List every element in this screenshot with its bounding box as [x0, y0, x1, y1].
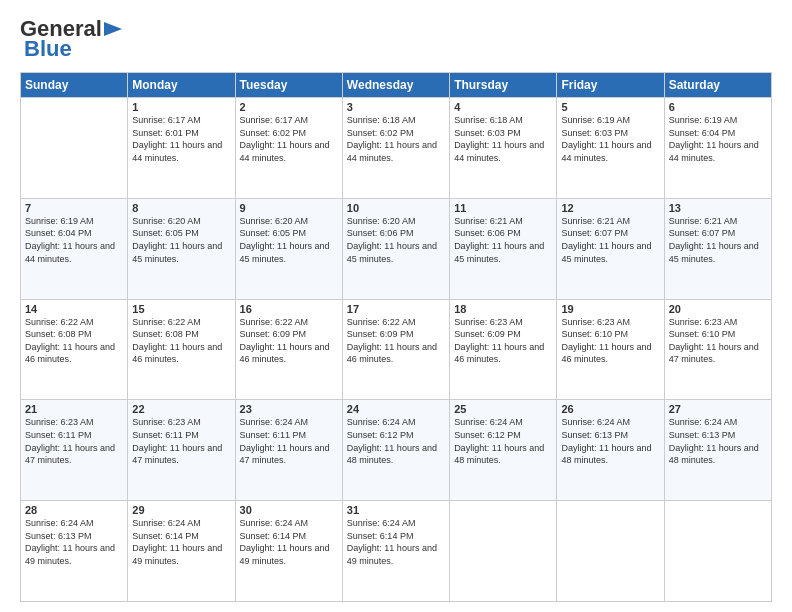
calendar-cell: 16Sunrise: 6:22 AMSunset: 6:09 PMDayligh…: [235, 299, 342, 400]
calendar-cell: 21Sunrise: 6:23 AMSunset: 6:11 PMDayligh…: [21, 400, 128, 501]
logo-icon: [102, 18, 124, 40]
calendar-week-row: 21Sunrise: 6:23 AMSunset: 6:11 PMDayligh…: [21, 400, 772, 501]
day-info: Sunrise: 6:18 AMSunset: 6:02 PMDaylight:…: [347, 114, 445, 164]
calendar-cell: [557, 501, 664, 602]
page: General Blue SundayMondayTuesdayWednesda…: [0, 0, 792, 612]
calendar-week-row: 14Sunrise: 6:22 AMSunset: 6:08 PMDayligh…: [21, 299, 772, 400]
calendar-cell: 15Sunrise: 6:22 AMSunset: 6:08 PMDayligh…: [128, 299, 235, 400]
calendar-cell: 5Sunrise: 6:19 AMSunset: 6:03 PMDaylight…: [557, 98, 664, 199]
calendar-cell: 24Sunrise: 6:24 AMSunset: 6:12 PMDayligh…: [342, 400, 449, 501]
day-info: Sunrise: 6:22 AMSunset: 6:09 PMDaylight:…: [240, 316, 338, 366]
day-number: 30: [240, 504, 338, 516]
calendar-cell: 11Sunrise: 6:21 AMSunset: 6:06 PMDayligh…: [450, 198, 557, 299]
day-info: Sunrise: 6:24 AMSunset: 6:14 PMDaylight:…: [132, 517, 230, 567]
calendar-body: 1Sunrise: 6:17 AMSunset: 6:01 PMDaylight…: [21, 98, 772, 602]
day-number: 21: [25, 403, 123, 415]
logo: General Blue: [20, 16, 124, 62]
day-number: 24: [347, 403, 445, 415]
calendar-header-row: SundayMondayTuesdayWednesdayThursdayFrid…: [21, 73, 772, 98]
day-number: 27: [669, 403, 767, 415]
day-of-week-header: Saturday: [664, 73, 771, 98]
day-number: 22: [132, 403, 230, 415]
calendar-cell: 29Sunrise: 6:24 AMSunset: 6:14 PMDayligh…: [128, 501, 235, 602]
day-number: 16: [240, 303, 338, 315]
day-number: 23: [240, 403, 338, 415]
day-info: Sunrise: 6:19 AMSunset: 6:03 PMDaylight:…: [561, 114, 659, 164]
day-info: Sunrise: 6:22 AMSunset: 6:08 PMDaylight:…: [25, 316, 123, 366]
day-of-week-header: Sunday: [21, 73, 128, 98]
day-info: Sunrise: 6:22 AMSunset: 6:08 PMDaylight:…: [132, 316, 230, 366]
day-info: Sunrise: 6:20 AMSunset: 6:05 PMDaylight:…: [132, 215, 230, 265]
calendar-table: SundayMondayTuesdayWednesdayThursdayFrid…: [20, 72, 772, 602]
day-info: Sunrise: 6:24 AMSunset: 6:13 PMDaylight:…: [25, 517, 123, 567]
day-info: Sunrise: 6:21 AMSunset: 6:06 PMDaylight:…: [454, 215, 552, 265]
day-number: 15: [132, 303, 230, 315]
day-info: Sunrise: 6:24 AMSunset: 6:12 PMDaylight:…: [454, 416, 552, 466]
day-number: 8: [132, 202, 230, 214]
day-number: 31: [347, 504, 445, 516]
day-number: 2: [240, 101, 338, 113]
calendar-cell: 22Sunrise: 6:23 AMSunset: 6:11 PMDayligh…: [128, 400, 235, 501]
day-info: Sunrise: 6:19 AMSunset: 6:04 PMDaylight:…: [669, 114, 767, 164]
calendar-week-row: 1Sunrise: 6:17 AMSunset: 6:01 PMDaylight…: [21, 98, 772, 199]
day-number: 4: [454, 101, 552, 113]
day-number: 19: [561, 303, 659, 315]
calendar-cell: 8Sunrise: 6:20 AMSunset: 6:05 PMDaylight…: [128, 198, 235, 299]
calendar-cell: 27Sunrise: 6:24 AMSunset: 6:13 PMDayligh…: [664, 400, 771, 501]
calendar-cell: 4Sunrise: 6:18 AMSunset: 6:03 PMDaylight…: [450, 98, 557, 199]
day-info: Sunrise: 6:17 AMSunset: 6:01 PMDaylight:…: [132, 114, 230, 164]
day-info: Sunrise: 6:23 AMSunset: 6:09 PMDaylight:…: [454, 316, 552, 366]
day-number: 3: [347, 101, 445, 113]
day-info: Sunrise: 6:24 AMSunset: 6:13 PMDaylight:…: [561, 416, 659, 466]
day-info: Sunrise: 6:23 AMSunset: 6:10 PMDaylight:…: [669, 316, 767, 366]
calendar-cell: 12Sunrise: 6:21 AMSunset: 6:07 PMDayligh…: [557, 198, 664, 299]
day-info: Sunrise: 6:24 AMSunset: 6:13 PMDaylight:…: [669, 416, 767, 466]
day-of-week-header: Wednesday: [342, 73, 449, 98]
day-info: Sunrise: 6:17 AMSunset: 6:02 PMDaylight:…: [240, 114, 338, 164]
calendar-cell: 30Sunrise: 6:24 AMSunset: 6:14 PMDayligh…: [235, 501, 342, 602]
day-info: Sunrise: 6:24 AMSunset: 6:12 PMDaylight:…: [347, 416, 445, 466]
day-info: Sunrise: 6:23 AMSunset: 6:10 PMDaylight:…: [561, 316, 659, 366]
calendar-cell: 9Sunrise: 6:20 AMSunset: 6:05 PMDaylight…: [235, 198, 342, 299]
calendar-cell: 28Sunrise: 6:24 AMSunset: 6:13 PMDayligh…: [21, 501, 128, 602]
calendar-cell: 1Sunrise: 6:17 AMSunset: 6:01 PMDaylight…: [128, 98, 235, 199]
calendar-cell: 20Sunrise: 6:23 AMSunset: 6:10 PMDayligh…: [664, 299, 771, 400]
day-info: Sunrise: 6:20 AMSunset: 6:06 PMDaylight:…: [347, 215, 445, 265]
day-info: Sunrise: 6:18 AMSunset: 6:03 PMDaylight:…: [454, 114, 552, 164]
calendar-cell: 10Sunrise: 6:20 AMSunset: 6:06 PMDayligh…: [342, 198, 449, 299]
day-of-week-header: Tuesday: [235, 73, 342, 98]
calendar-cell: [21, 98, 128, 199]
day-info: Sunrise: 6:21 AMSunset: 6:07 PMDaylight:…: [561, 215, 659, 265]
calendar-cell: 2Sunrise: 6:17 AMSunset: 6:02 PMDaylight…: [235, 98, 342, 199]
day-number: 25: [454, 403, 552, 415]
day-of-week-header: Thursday: [450, 73, 557, 98]
calendar-cell: 31Sunrise: 6:24 AMSunset: 6:14 PMDayligh…: [342, 501, 449, 602]
day-number: 9: [240, 202, 338, 214]
day-info: Sunrise: 6:24 AMSunset: 6:14 PMDaylight:…: [347, 517, 445, 567]
day-info: Sunrise: 6:21 AMSunset: 6:07 PMDaylight:…: [669, 215, 767, 265]
calendar-cell: 18Sunrise: 6:23 AMSunset: 6:09 PMDayligh…: [450, 299, 557, 400]
day-of-week-header: Monday: [128, 73, 235, 98]
day-number: 26: [561, 403, 659, 415]
day-number: 1: [132, 101, 230, 113]
calendar-cell: 19Sunrise: 6:23 AMSunset: 6:10 PMDayligh…: [557, 299, 664, 400]
day-number: 5: [561, 101, 659, 113]
logo-blue: Blue: [24, 36, 72, 62]
calendar-cell: 3Sunrise: 6:18 AMSunset: 6:02 PMDaylight…: [342, 98, 449, 199]
day-number: 18: [454, 303, 552, 315]
day-number: 7: [25, 202, 123, 214]
day-info: Sunrise: 6:22 AMSunset: 6:09 PMDaylight:…: [347, 316, 445, 366]
calendar-week-row: 7Sunrise: 6:19 AMSunset: 6:04 PMDaylight…: [21, 198, 772, 299]
day-number: 17: [347, 303, 445, 315]
calendar-cell: 14Sunrise: 6:22 AMSunset: 6:08 PMDayligh…: [21, 299, 128, 400]
calendar-cell: 23Sunrise: 6:24 AMSunset: 6:11 PMDayligh…: [235, 400, 342, 501]
calendar-cell: 17Sunrise: 6:22 AMSunset: 6:09 PMDayligh…: [342, 299, 449, 400]
calendar-cell: [664, 501, 771, 602]
day-number: 14: [25, 303, 123, 315]
calendar-cell: [450, 501, 557, 602]
day-number: 12: [561, 202, 659, 214]
header: General Blue: [20, 16, 772, 62]
calendar-cell: 13Sunrise: 6:21 AMSunset: 6:07 PMDayligh…: [664, 198, 771, 299]
calendar-week-row: 28Sunrise: 6:24 AMSunset: 6:13 PMDayligh…: [21, 501, 772, 602]
day-number: 29: [132, 504, 230, 516]
